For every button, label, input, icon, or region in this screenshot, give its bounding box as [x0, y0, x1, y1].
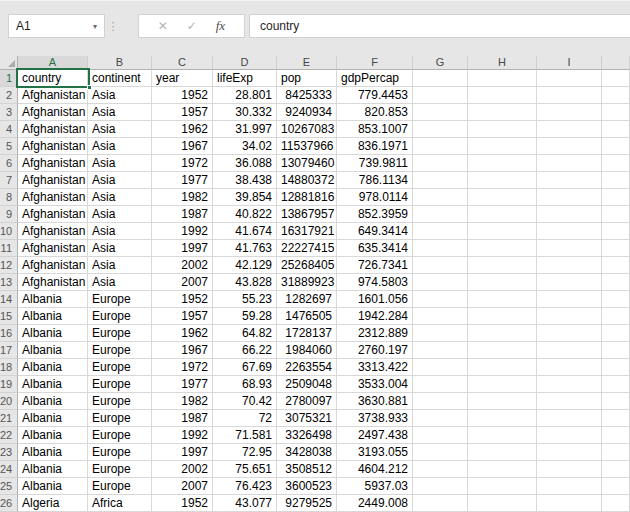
cell-G6[interactable] — [413, 155, 468, 172]
cell-H10[interactable] — [468, 223, 537, 240]
column-header-G[interactable]: G — [413, 56, 468, 70]
cell-A5[interactable]: Afghanistan — [18, 138, 88, 155]
cell-H14[interactable] — [468, 291, 537, 308]
cell-G18[interactable] — [413, 359, 468, 376]
cell-H20[interactable] — [468, 393, 537, 410]
cell-G4[interactable] — [413, 121, 468, 138]
cell-C15[interactable]: 1957 — [152, 308, 213, 325]
cell-A15[interactable]: Albania — [18, 308, 88, 325]
cell-I9[interactable] — [537, 206, 602, 223]
row-header-19[interactable]: 19 — [0, 376, 18, 393]
row-header-12[interactable]: 12 — [0, 257, 18, 274]
cell-G9[interactable] — [413, 206, 468, 223]
cell-J20[interactable] — [602, 393, 630, 410]
cell-E5[interactable]: 11537966 — [277, 138, 337, 155]
column-header-H[interactable]: H — [468, 56, 537, 70]
cell-G1[interactable] — [413, 70, 468, 87]
cell-D25[interactable]: 76.423 — [213, 478, 277, 495]
cell-E18[interactable]: 2263554 — [277, 359, 337, 376]
cell-B11[interactable]: Asia — [88, 240, 152, 257]
row-header-1[interactable]: 1 — [0, 70, 18, 87]
cell-B18[interactable]: Europe — [88, 359, 152, 376]
cell-H3[interactable] — [468, 104, 537, 121]
cell-I21[interactable] — [537, 410, 602, 427]
cell-H4[interactable] — [468, 121, 537, 138]
cell-G17[interactable] — [413, 342, 468, 359]
cell-I15[interactable] — [537, 308, 602, 325]
cell-E11[interactable]: 22227415 — [277, 240, 337, 257]
cell-A21[interactable]: Albania — [18, 410, 88, 427]
cell-I7[interactable] — [537, 172, 602, 189]
cell-B1[interactable]: continent — [88, 70, 152, 87]
cell-E13[interactable]: 31889923 — [277, 274, 337, 291]
cell-I20[interactable] — [537, 393, 602, 410]
insert-function-icon[interactable]: fx — [216, 18, 225, 34]
cell-I18[interactable] — [537, 359, 602, 376]
cell-C21[interactable]: 1987 — [152, 410, 213, 427]
cell-H7[interactable] — [468, 172, 537, 189]
cell-I12[interactable] — [537, 257, 602, 274]
cell-E3[interactable]: 9240934 — [277, 104, 337, 121]
cell-C9[interactable]: 1987 — [152, 206, 213, 223]
row-header-14[interactable]: 14 — [0, 291, 18, 308]
cell-A16[interactable]: Albania — [18, 325, 88, 342]
cell-A25[interactable]: Albania — [18, 478, 88, 495]
cell-H26[interactable] — [468, 495, 537, 512]
cell-J11[interactable] — [602, 240, 630, 257]
cell-A17[interactable]: Albania — [18, 342, 88, 359]
row-header-11[interactable]: 11 — [0, 240, 18, 257]
column-header-F[interactable]: F — [337, 56, 413, 70]
cell-E14[interactable]: 1282697 — [277, 291, 337, 308]
cell-I16[interactable] — [537, 325, 602, 342]
cell-C23[interactable]: 1997 — [152, 444, 213, 461]
cell-A13[interactable]: Afghanistan — [18, 274, 88, 291]
cell-F14[interactable]: 1601.056 — [337, 291, 413, 308]
cell-F17[interactable]: 2760.197 — [337, 342, 413, 359]
cell-D16[interactable]: 64.82 — [213, 325, 277, 342]
cell-I5[interactable] — [537, 138, 602, 155]
cell-E10[interactable]: 16317921 — [277, 223, 337, 240]
cell-B17[interactable]: Europe — [88, 342, 152, 359]
cell-A20[interactable]: Albania — [18, 393, 88, 410]
cell-C12[interactable]: 2002 — [152, 257, 213, 274]
cell-G11[interactable] — [413, 240, 468, 257]
cell-E6[interactable]: 13079460 — [277, 155, 337, 172]
cell-D7[interactable]: 38.438 — [213, 172, 277, 189]
cell-C13[interactable]: 2007 — [152, 274, 213, 291]
cell-H6[interactable] — [468, 155, 537, 172]
cell-E9[interactable]: 13867957 — [277, 206, 337, 223]
cell-E15[interactable]: 1476505 — [277, 308, 337, 325]
cell-I25[interactable] — [537, 478, 602, 495]
cell-E24[interactable]: 3508512 — [277, 461, 337, 478]
cell-J9[interactable] — [602, 206, 630, 223]
cell-J10[interactable] — [602, 223, 630, 240]
enter-icon[interactable]: ✓ — [187, 19, 197, 33]
cell-E12[interactable]: 25268405 — [277, 257, 337, 274]
cell-J21[interactable] — [602, 410, 630, 427]
cell-D12[interactable]: 42.129 — [213, 257, 277, 274]
cell-G21[interactable] — [413, 410, 468, 427]
cell-F11[interactable]: 635.3414 — [337, 240, 413, 257]
cell-A8[interactable]: Afghanistan — [18, 189, 88, 206]
cell-E17[interactable]: 1984060 — [277, 342, 337, 359]
cell-H19[interactable] — [468, 376, 537, 393]
cell-D22[interactable]: 71.581 — [213, 427, 277, 444]
cell-H15[interactable] — [468, 308, 537, 325]
cell-C6[interactable]: 1972 — [152, 155, 213, 172]
row-header-5[interactable]: 5 — [0, 138, 18, 155]
cell-G13[interactable] — [413, 274, 468, 291]
cell-G20[interactable] — [413, 393, 468, 410]
cell-J16[interactable] — [602, 325, 630, 342]
cell-A26[interactable]: Algeria — [18, 495, 88, 512]
cell-J5[interactable] — [602, 138, 630, 155]
cell-B19[interactable]: Europe — [88, 376, 152, 393]
cell-B25[interactable]: Europe — [88, 478, 152, 495]
column-header-D[interactable]: D — [213, 56, 277, 70]
cell-D23[interactable]: 72.95 — [213, 444, 277, 461]
row-header-15[interactable]: 15 — [0, 308, 18, 325]
cell-F8[interactable]: 978.0114 — [337, 189, 413, 206]
row-header-24[interactable]: 24 — [0, 461, 18, 478]
cell-F6[interactable]: 739.9811 — [337, 155, 413, 172]
cell-D4[interactable]: 31.997 — [213, 121, 277, 138]
cell-E1[interactable]: pop — [277, 70, 337, 87]
